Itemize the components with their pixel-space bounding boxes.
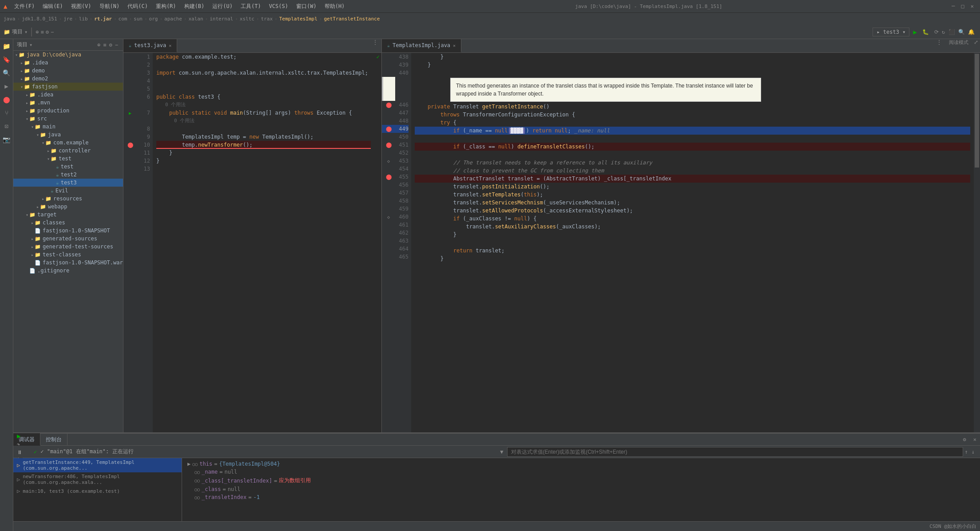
tree-item-main[interactable]: ▾📁 main [13, 123, 123, 131]
close-button[interactable]: ✕ [971, 3, 974, 9]
toolbar-btn-1[interactable]: ⊕ [36, 29, 39, 35]
tree-item-java2[interactable]: ▾📁 java [13, 131, 123, 139]
bottom-close-icon[interactable]: ✕ [970, 436, 980, 443]
menu-build[interactable]: 构建(B) [181, 2, 208, 11]
left-code-content[interactable]: package com.example.test; import com.sun… [153, 53, 374, 432]
tree-item-controller[interactable]: ▸📁 controller [13, 147, 123, 155]
menu-edit[interactable]: 编辑(E) [39, 2, 67, 11]
tree-item-classes[interactable]: ▸📁 classes [13, 219, 123, 227]
nav-item-java[interactable]: java [4, 16, 16, 22]
action-icon-search[interactable]: 🔍 [1, 68, 12, 78]
read-mode-expand[interactable]: ⤢ [972, 39, 980, 52]
tree-item-evil[interactable]: ▸☕ Evil [13, 187, 123, 195]
nav-item-templatesimpl[interactable]: TemplatesImpl [279, 16, 317, 22]
tree-item-fastjson[interactable]: ▾📁 fastjson [13, 83, 123, 91]
sidebar-btn-4[interactable]: − [115, 42, 118, 48]
menu-help[interactable]: 帮助(H) [321, 2, 349, 11]
tree-item-mvn[interactable]: ▸📁 .mvn [13, 99, 123, 107]
action-icon-bookmark[interactable]: 🔖 [1, 54, 12, 65]
nav-item-com[interactable]: com [119, 16, 127, 22]
tab-templatesimpl[interactable]: ☕ TemplatesImpl.java ✕ [382, 39, 461, 52]
action-icon-git[interactable]: ⑂ [1, 108, 12, 118]
action-icon-project[interactable]: 📁 [1, 41, 12, 52]
tree-item-demo[interactable]: ▸📁 demo [13, 67, 123, 75]
menu-refactor[interactable]: 重构(R) [152, 2, 180, 11]
run-config-dropdown[interactable]: ▸ test3 ▾ [873, 28, 909, 36]
debug-step-icon[interactable]: ↷ [17, 441, 30, 447]
toolbar-btn-3[interactable]: ⚙ [46, 29, 49, 35]
debug-pause-icon[interactable]: ⏸ [17, 449, 30, 455]
menu-view[interactable]: 视图(V) [67, 2, 95, 11]
editor-settings-icon[interactable]: ⋮ [369, 39, 381, 52]
filter-icon[interactable]: ▼ [500, 449, 503, 455]
menu-code[interactable]: 代码(C) [124, 2, 151, 11]
minimize-button[interactable]: ─ [952, 3, 955, 9]
sidebar-btn-2[interactable]: ≡ [103, 42, 106, 48]
nav-item-internal[interactable]: internal [210, 16, 233, 22]
expression-up-icon[interactable]: ↑ [965, 449, 968, 455]
tree-item-target[interactable]: ▾📁 target [13, 211, 123, 219]
right-scroll-bar[interactable] [974, 53, 980, 432]
bottom-settings-icon[interactable]: ⚙ [960, 436, 970, 443]
nav-item-gettransletinstance[interactable]: getTransletInstance [324, 16, 380, 22]
scroll-thumb[interactable] [975, 54, 979, 168]
toolbar-btn-4[interactable]: − [51, 29, 54, 35]
expression-input[interactable] [507, 447, 963, 457]
toolbar-dropdown-icon[interactable]: ▾ [24, 29, 28, 35]
tree-item-test1[interactable]: ▸☕ test [13, 163, 123, 171]
stack-frame-2[interactable]: ▷ newTransformer:486, TemplatesImpl (com… [13, 472, 182, 487]
nav-item-apache[interactable]: apache [164, 16, 182, 22]
tab-test3[interactable]: ☕ test3.java ✕ [123, 39, 177, 52]
debug-button[interactable]: 🐛 [922, 29, 929, 35]
action-icon-debug[interactable]: ⬤ [1, 94, 12, 105]
tree-item-production[interactable]: ▸📁 production [13, 107, 123, 115]
sidebar-btn-1[interactable]: ⊕ [97, 42, 100, 48]
sidebar-dropdown-icon[interactable]: ▾ [29, 42, 32, 48]
stack-frame-3[interactable]: ▷ main:10, test3 (com.example.test) [13, 487, 182, 495]
menu-file[interactable]: 文件(F) [11, 2, 38, 11]
debug-resume-icon[interactable]: ▶ [17, 432, 30, 439]
tree-item-demo2[interactable]: ▸📁 demo2 [13, 75, 123, 83]
tree-item-java-root[interactable]: ▾📁 java D:\code\java [13, 51, 123, 59]
tab-test3-close[interactable]: ✕ [169, 43, 171, 48]
nav-item-xsltc[interactable]: xsltc [240, 16, 254, 22]
action-icon-run[interactable]: ▶ [1, 81, 12, 92]
menu-nav[interactable]: 导航(N) [96, 2, 123, 11]
menu-vcs[interactable]: VCS(S) [266, 2, 292, 10]
read-mode-label[interactable]: 阅读模式 [945, 39, 972, 52]
tree-item-test-classes[interactable]: ▸📁 test-classes [13, 251, 123, 259]
stack-frame-1[interactable]: ▷ getTransletInstance:449, TemplatesImpl… [13, 458, 182, 472]
right-editor-settings-icon[interactable]: ⋮ [933, 39, 945, 52]
nav-item-jdk[interactable]: jdk1.8.0_151 [22, 16, 57, 22]
tree-item-test-folder[interactable]: ▾📁 test [13, 155, 123, 163]
nav-item-org[interactable]: org [149, 16, 158, 22]
tree-item-idea[interactable]: ▸📁 .idea [13, 59, 123, 67]
tree-item-webapp[interactable]: ▸📁 webapp [13, 203, 123, 211]
action-icon-camera[interactable]: 📷 [1, 134, 12, 145]
right-code-content[interactable]: } } This method generates an instance of… [411, 53, 974, 432]
tree-item-war[interactable]: ▸📄 fastjson-1.0-SNAPSHOT.war [13, 259, 123, 267]
menu-run[interactable]: 运行(U) [209, 2, 236, 11]
run-button[interactable]: ▶ [913, 28, 917, 36]
tree-item-fastjson-snapshot[interactable]: ▸📄 fastjson-1.0-SNAPSHOT [13, 227, 123, 235]
expression-down-icon[interactable]: ↓ [972, 449, 975, 455]
bottom-tab-console[interactable]: 控制台 [40, 433, 67, 446]
nav-item-rtjar[interactable]: rt.jar [94, 16, 112, 22]
tree-item-test3[interactable]: ▸☕ test3 [13, 179, 123, 187]
tree-item-test2[interactable]: ▸☕ test2 [13, 171, 123, 179]
nav-item-trax[interactable]: trax [261, 16, 273, 22]
nav-item-xalan[interactable]: xalan [188, 16, 203, 22]
maximize-button[interactable]: □ [961, 3, 964, 9]
nav-item-jre[interactable]: jre [63, 16, 72, 22]
tree-item-generated-test-sources[interactable]: ▸📁 generated-test-sources [13, 243, 123, 251]
tree-item-idea2[interactable]: ▸📁 .idea [13, 91, 123, 99]
var-this[interactable]: ▶ ○○ this = {TemplatesImpl@504} [186, 460, 976, 468]
nav-item-lib[interactable]: lib [79, 16, 88, 22]
tab-templatesimpl-close[interactable]: ✕ [453, 43, 456, 48]
var-this-expand-icon[interactable]: ▶ [187, 461, 190, 467]
action-icon-terminal[interactable]: ⊡ [1, 121, 12, 132]
tree-item-src[interactable]: ▾📁 src [13, 115, 123, 123]
tree-item-generated-sources[interactable]: ▸📁 generated-sources [13, 235, 123, 243]
menu-window[interactable]: 窗口(W) [293, 2, 320, 11]
toolbar-btn-2[interactable]: ≡ [40, 29, 44, 35]
